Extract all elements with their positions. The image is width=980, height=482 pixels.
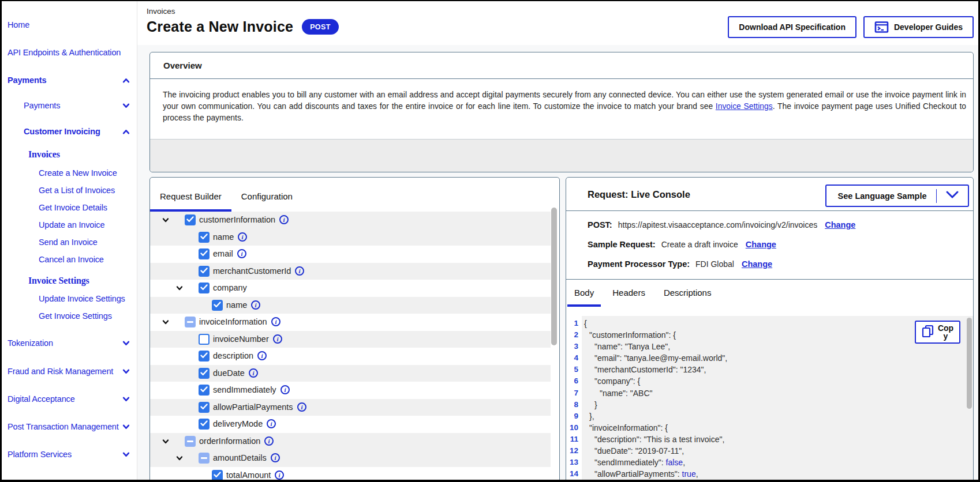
checkbox-allowPartialPayments[interactable]	[199, 402, 210, 413]
code-lines: 1{2"customerInformation": {3"name": "Tan…	[566, 318, 973, 480]
tab-configuration[interactable]: Configuration	[231, 191, 302, 212]
checkbox-name[interactable]	[199, 232, 210, 243]
info-icon[interactable]: i	[271, 453, 280, 462]
breadcrumb[interactable]: Invoices	[147, 7, 175, 16]
line-number: 8	[566, 399, 578, 411]
sidebar-item-platform-services[interactable]: Platform Services	[8, 449, 72, 460]
chevron-down-icon[interactable]	[122, 340, 130, 347]
tree-row-dueDate: dueDatei	[150, 365, 551, 382]
info-icon[interactable]: i	[297, 402, 306, 412]
download-api-spec-button[interactable]: Download API Specification	[728, 16, 856, 38]
tree-row-invoiceNumber: invoiceNumberi	[150, 331, 551, 348]
tab-body[interactable]: Body	[567, 288, 601, 307]
sidebar-item-home[interactable]: Home	[8, 20, 29, 30]
checkbox-deliveryMode[interactable]	[199, 419, 210, 430]
sidebar-item-payments[interactable]: Payments	[8, 75, 46, 85]
sidebar-item-invoices[interactable]: Invoices	[28, 149, 60, 160]
checkbox-email[interactable]	[199, 248, 210, 259]
info-icon[interactable]: i	[264, 436, 274, 446]
sidebar-item-payments[interactable]: Payments	[24, 100, 60, 111]
info-icon[interactable]: i	[238, 232, 247, 242]
change-link[interactable]: Change	[825, 220, 855, 229]
info-icon[interactable]: i	[279, 215, 289, 224]
checkbox-invoiceNumber[interactable]	[199, 334, 210, 345]
tree-row-name: namei	[150, 229, 551, 246]
line-number: 6	[566, 375, 578, 387]
info-icon[interactable]: i	[249, 368, 258, 378]
see-language-sample-button[interactable]: See Language Sample	[825, 184, 969, 207]
tab-descriptions[interactable]: Descriptions	[657, 288, 719, 307]
tab-headers[interactable]: Headers	[605, 288, 652, 307]
code-line-9: 9},	[566, 411, 973, 422]
checkbox-totalAmount[interactable]	[212, 470, 223, 480]
chevron-down-icon[interactable]	[176, 285, 183, 292]
sidebar-item-get-invoice-settings[interactable]: Get Invoice Settings	[39, 311, 112, 321]
change-link[interactable]: Change	[746, 240, 776, 249]
info-icon[interactable]: i	[237, 249, 246, 258]
sidebar-item-fraud-and-risk-management[interactable]: Fraud and Risk Management	[8, 366, 113, 376]
info-icon[interactable]: i	[273, 334, 282, 344]
info-icon[interactable]: i	[280, 385, 290, 394]
code-text: }	[578, 399, 597, 411]
checkbox-company[interactable]	[199, 283, 210, 293]
chevron-down-icon[interactable]	[176, 455, 183, 462]
chevron-down-icon[interactable]	[122, 368, 130, 375]
info-icon[interactable]: i	[271, 317, 280, 326]
tree-label-customerInformation: customerInformation	[199, 215, 275, 224]
chevron-down-icon[interactable]	[162, 319, 169, 326]
info-icon[interactable]: i	[251, 300, 260, 310]
page: HomeAPI Endpoints & AuthenticationPaymen…	[0, 0, 980, 482]
checkbox-amountDetails[interactable]	[199, 453, 210, 464]
sidebar-item-get-a-list-of-invoices[interactable]: Get a List of Invoices	[39, 185, 115, 195]
sidebar-item-digital-acceptance[interactable]: Digital Acceptance	[8, 394, 75, 404]
sidebar-item-send-an-invoice[interactable]: Send an Invoice	[39, 237, 98, 247]
info-icon[interactable]: i	[275, 470, 284, 480]
sidebar-item-invoice-settings[interactable]: Invoice Settings	[28, 276, 89, 286]
chevron-down-icon[interactable]	[162, 217, 169, 224]
sidebar-item-post-transaction-management[interactable]: Post Transaction Management	[8, 421, 119, 432]
info-icon[interactable]: i	[267, 419, 276, 428]
code-line-14: 14"allowPartialPayments": true,	[566, 468, 973, 480]
tree-row-amountDetails: amountDetailsi	[150, 450, 551, 467]
checkbox-sendImmediately[interactable]	[199, 385, 210, 396]
sidebar-item-create-a-new-invoice[interactable]: Create a New Invoice	[39, 168, 117, 178]
panels-row: Request BuilderConfiguration customerInf…	[149, 177, 974, 480]
sidebar-item-update-invoice-settings[interactable]: Update Invoice Settings	[39, 293, 125, 304]
overview-panel-footer	[150, 139, 973, 172]
checkbox-name[interactable]	[212, 300, 223, 311]
chevron-down-icon[interactable]	[162, 438, 169, 445]
checkbox-description[interactable]	[199, 351, 210, 362]
sidebar-item-api-endpoints-authentication[interactable]: API Endpoints & Authentication	[8, 47, 121, 58]
code-line-1: 1{	[566, 318, 973, 329]
builder-scrollbar-thumb[interactable]	[551, 208, 557, 345]
change-link[interactable]: Change	[742, 259, 772, 269]
info-icon[interactable]: i	[295, 266, 304, 276]
chevron-down-icon[interactable]	[122, 102, 130, 110]
checkbox-invoiceInformation[interactable]	[185, 317, 196, 327]
tree-label-name: name	[213, 232, 234, 242]
checkbox-dueDate[interactable]	[199, 368, 210, 379]
checkbox-merchantCustomerId[interactable]	[199, 266, 210, 277]
copy-button[interactable]: Copy	[915, 321, 960, 344]
developer-guides-button[interactable]: Developer Guides	[863, 16, 974, 38]
tab-request-builder[interactable]: Request Builder	[150, 191, 231, 212]
overview-paragraph: The invoicing product enables you to bil…	[150, 79, 973, 139]
chevron-up-icon[interactable]	[122, 128, 130, 135]
info-icon[interactable]: i	[257, 351, 267, 360]
sidebar-item-update-an-invoice[interactable]: Update an Invoice	[39, 220, 104, 230]
tree-label-deliveryMode: deliveryMode	[213, 419, 263, 428]
checkbox-orderInformation[interactable]	[185, 436, 196, 447]
chevron-down-icon[interactable]	[122, 451, 130, 458]
chevron-down-icon[interactable]	[122, 396, 130, 403]
chevron-down-icon[interactable]	[122, 423, 130, 431]
see-language-sample-label: See Language Sample	[838, 191, 927, 201]
sidebar-item-cancel-an-invoice[interactable]: Cancel an Invoice	[39, 254, 104, 265]
line-number: 5	[566, 364, 578, 375]
checkbox-customerInformation[interactable]	[185, 214, 196, 225]
invoice-settings-link[interactable]: Invoice Settings	[716, 101, 773, 111]
code-scrollbar-thumb[interactable]	[967, 318, 972, 409]
chevron-up-icon[interactable]	[122, 77, 130, 84]
sidebar-item-get-invoice-details[interactable]: Get Invoice Details	[39, 202, 107, 213]
sidebar-item-customer-invoicing[interactable]: Customer Invoicing	[24, 126, 100, 137]
sidebar-item-tokenization[interactable]: Tokenization	[8, 338, 53, 348]
